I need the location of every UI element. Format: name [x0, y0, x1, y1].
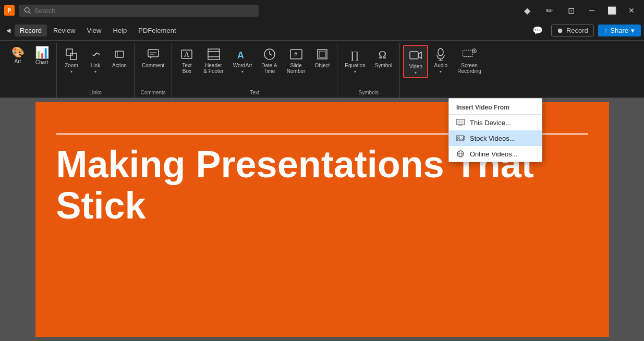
minimize-button[interactable]: ─ [584, 3, 600, 18]
link-label: Link [91, 63, 100, 68]
svg-text:A: A [237, 50, 244, 60]
datetime-label: Date &Time [261, 63, 277, 74]
svg-rect-32 [457, 120, 464, 124]
title-bar-actions: ◆ ✏ ⊡ ─ ⬜ ✕ [518, 3, 640, 18]
share-label: Share [610, 27, 628, 34]
svg-rect-28 [463, 50, 473, 56]
equation-icon: ∏ [348, 47, 362, 62]
audio-icon [433, 47, 448, 62]
ribbon-group-text: A TextBox Header& Footer A WordArt ▾ [172, 43, 337, 98]
ribbon-btn-video[interactable]: Video ▾ [403, 45, 428, 78]
ribbon-text-label: Text [175, 88, 334, 98]
ribbon-btn-textbox[interactable]: A TextBox [175, 45, 198, 76]
ribbon-group-media: Video ▾ Audio ▾ ScreenRecor [400, 43, 494, 98]
svg-rect-6 [148, 50, 159, 57]
ribbon-btn-audio[interactable]: Audio ▾ [429, 45, 452, 76]
menu-record[interactable]: Record [15, 25, 47, 36]
svg-text:#: # [294, 51, 298, 57]
ribbon-btn-headerfooter[interactable]: Header& Footer [199, 45, 227, 76]
title-bar: P ◆ ✏ ⊡ ─ ⬜ ✕ [0, 0, 644, 21]
ribbon-btn-object[interactable]: Object [310, 45, 334, 70]
svg-line-1 [29, 11, 30, 13]
back-arrow[interactable]: ◀ [3, 25, 14, 36]
object-icon [315, 47, 330, 62]
object-label: Object [314, 63, 330, 68]
ribbon-btn-screenrecording[interactable]: ScreenRecording [453, 45, 485, 76]
ribbon-group-text-items: A TextBox Header& Footer A WordArt ▾ [175, 43, 334, 88]
ribbon-btn-action[interactable]: Action [108, 45, 131, 70]
ribbon-group-art: 🎨 Art 📊 Chart [3, 43, 57, 98]
action-icon [112, 47, 127, 62]
ribbon-group-symbols-items: ∏ Equation ▾ Ω Symbol [341, 43, 396, 88]
ribbon-group-art-items: 🎨 Art 📊 Chart [6, 43, 53, 94]
slidenumber-label: SlideNumber [287, 63, 306, 74]
audio-label: Audio [434, 63, 447, 68]
dropdown-item-onlinevideos[interactable]: Online Videos... [449, 146, 542, 162]
ribbon-group-label-links [6, 94, 53, 98]
video-chevron: ▾ [415, 70, 417, 75]
art-label: Art [15, 58, 21, 64]
stockvideos-icon [455, 134, 466, 142]
ribbon-btn-symbol[interactable]: Ω Symbol [371, 45, 396, 70]
insert-video-dropdown: Insert Video From This Device... Stock V… [448, 98, 542, 162]
ribbon-group-media-items: Video ▾ Audio ▾ ScreenRecor [403, 43, 491, 94]
link-icon [88, 47, 103, 62]
search-input[interactable] [34, 7, 253, 15]
video-label: Video [409, 64, 422, 69]
ribbon-links-label: Links [60, 88, 131, 98]
dropdown-item-stockvideos[interactable]: Stock Videos... [449, 130, 542, 146]
svg-point-30 [473, 50, 475, 52]
symbol-label: Symbol [375, 63, 392, 68]
video-icon [408, 48, 423, 63]
ribbon-btn-slidenumber[interactable]: # SlideNumber [283, 45, 310, 76]
ribbon-btn-art[interactable]: 🎨 Art [6, 45, 29, 66]
maximize-button[interactable]: ⬜ [603, 3, 620, 18]
action-label: Action [112, 63, 127, 68]
wordart-icon: A [235, 47, 250, 62]
ribbon-group-links-items: Zoom ▾ Link ▾ Action [60, 43, 131, 88]
close-button[interactable]: ✕ [623, 3, 640, 18]
record-button-menubar[interactable]: ⏺ Record [551, 25, 594, 36]
screenrecording-icon [462, 47, 477, 62]
record-circle-icon: ⏺ [557, 27, 564, 34]
app-logo: P [4, 5, 15, 16]
ribbon-btn-zoom[interactable]: Zoom ▾ [60, 45, 83, 76]
thisdevice-icon [455, 118, 466, 127]
textbox-label: TextBox [182, 63, 191, 74]
ribbon-btn-wordart[interactable]: A WordArt ▾ [229, 45, 257, 76]
ribbon-group-links: Zoom ▾ Link ▾ Action Links [57, 43, 135, 98]
slide-area: Making Presentations That Stick [0, 98, 644, 341]
datetime-icon [262, 47, 277, 62]
chevron-down-icon: ▾ [631, 27, 635, 34]
dropdown-item-thisdevice[interactable]: This Device... [449, 115, 542, 130]
svg-text:∏: ∏ [350, 49, 359, 61]
ribbon-btn-equation[interactable]: ∏ Equation ▾ [341, 45, 369, 76]
svg-text:Ω: Ω [379, 49, 386, 60]
share-button[interactable]: ↑ Share ▾ [598, 25, 641, 36]
search-box[interactable] [19, 5, 259, 17]
ribbon-btn-chart[interactable]: 📊 Chart [30, 45, 53, 67]
pen-icon[interactable]: ✏ [540, 3, 558, 18]
dropdown-header: Insert Video From [449, 99, 542, 115]
comment-label: Comment [142, 63, 164, 68]
chart-label: Chart [35, 59, 48, 65]
svg-rect-2 [66, 49, 72, 55]
ribbon-btn-datetime[interactable]: Date &Time [257, 45, 282, 76]
share-icon: ↑ [604, 27, 608, 34]
layout-icon[interactable]: ⊡ [562, 3, 580, 18]
menu-help[interactable]: Help [108, 25, 132, 36]
menu-review[interactable]: Review [48, 25, 81, 36]
onlinevideos-label: Online Videos... [470, 150, 518, 158]
diamond-icon[interactable]: ◆ [518, 3, 537, 18]
menu-view[interactable]: View [82, 25, 107, 36]
screenrecording-label: ScreenRecording [457, 63, 481, 74]
ribbon-btn-link[interactable]: Link ▾ [84, 45, 107, 76]
equation-chevron: ▾ [354, 69, 356, 74]
ribbon-btn-comment[interactable]: Comment [138, 45, 168, 70]
menu-pdfelement[interactable]: PDFelement [133, 25, 181, 36]
comment-icon[interactable]: 💬 [528, 23, 547, 38]
slidenumber-icon: # [289, 47, 303, 62]
art-icon: 🎨 [11, 47, 25, 57]
wordart-label: WordArt [233, 63, 252, 68]
ribbon-symbols-label: Symbols [341, 88, 396, 98]
